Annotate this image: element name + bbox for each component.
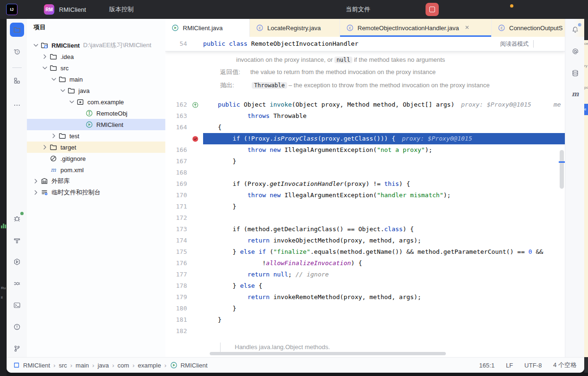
horizontal-scrollbar[interactable] xyxy=(210,352,446,355)
gutter[interactable]: 180 xyxy=(165,303,203,314)
tree-item-.idea[interactable]: .idea xyxy=(27,51,165,62)
tool-button-learn[interactable]: ? xyxy=(10,44,24,58)
run-configuration-selector[interactable]: 当前文件 xyxy=(346,5,381,14)
tree-item-pom.xml[interactable]: mpom.xml xyxy=(27,164,165,175)
more-actions-icon[interactable] xyxy=(443,3,457,16)
chevron-down-icon[interactable] xyxy=(32,41,40,50)
tool-button-maven[interactable]: m xyxy=(568,88,582,102)
gutter[interactable]: 181 xyxy=(165,314,203,326)
chevron-right-icon[interactable] xyxy=(32,177,40,185)
code-line-165[interactable]: if (!Proxy.isProxyClass(proxy.getClass()… xyxy=(165,133,565,144)
gutter[interactable]: 169 xyxy=(165,178,203,190)
reader-mode-toggle[interactable]: 阅读器模式 xyxy=(500,40,528,48)
chevron-right-icon[interactable] xyxy=(32,188,40,197)
all-good-checks-icon[interactable] xyxy=(552,40,560,48)
chevron-down-icon[interactable] xyxy=(41,64,49,72)
gutter[interactable]: 177 xyxy=(165,269,203,280)
tab-RMIClient.java[interactable]: RMIClient.java xyxy=(165,19,250,37)
stop-button[interactable] xyxy=(426,3,439,16)
tree-item-RemoteObj[interactable]: IRemoteObj xyxy=(27,108,165,119)
project-selector[interactable]: RMIClient xyxy=(59,5,97,14)
gutter[interactable]: 179 xyxy=(165,292,203,303)
tree-item-com.example[interactable]: com.example xyxy=(27,96,165,108)
code-line-181[interactable]: 181 } xyxy=(165,314,565,326)
main-menu-icon[interactable] xyxy=(26,5,34,14)
vcs-widget[interactable]: 版本控制 xyxy=(109,5,145,14)
chevron-down-icon[interactable] xyxy=(50,75,58,84)
code-line-176[interactable]: 176 !allowFinalizeInvocation) { xyxy=(165,258,565,269)
gutter[interactable]: 168 xyxy=(165,167,203,178)
expand-all-icon[interactable] xyxy=(114,23,122,32)
gutter[interactable]: 166 xyxy=(165,144,203,156)
breadcrumb-item-main[interactable]: main xyxy=(76,362,89,369)
tool-button-services[interactable] xyxy=(10,255,24,269)
search-everywhere-icon[interactable] xyxy=(484,3,497,16)
chevron-down-icon[interactable] xyxy=(59,86,67,95)
tab-RemoteObjectInvocationHandler.java[interactable]: cRemoteObjectInvocationHandler.java xyxy=(340,19,492,37)
gutter[interactable]: 167 xyxy=(165,156,203,167)
line-separator-widget[interactable]: LF xyxy=(506,362,513,369)
tree-item-main[interactable]: main xyxy=(27,74,165,85)
indent-widget[interactable]: 4 个空格 xyxy=(553,361,577,369)
code-with-me-icon[interactable] xyxy=(467,3,480,16)
tree-item-java[interactable]: java xyxy=(27,85,165,96)
tree-item-.gitignore[interactable]: .gitignore xyxy=(27,153,165,164)
code-line-162[interactable]: 162 public Object invoke(Object proxy, M… xyxy=(165,99,565,110)
gutter[interactable]: 171 xyxy=(165,201,203,212)
vertical-scrollbar[interactable] xyxy=(560,150,564,189)
inspection-widget-icon[interactable] xyxy=(538,40,547,48)
tree-item-RMIClient[interactable]: RMIClient xyxy=(27,119,165,130)
locate-file-icon[interactable] xyxy=(101,23,110,32)
caret-position-widget[interactable]: 165:1 xyxy=(479,362,495,369)
gutter[interactable]: 174 xyxy=(165,235,203,246)
gutter[interactable]: 163 xyxy=(165,110,203,122)
code-line-178[interactable]: 178 } else { xyxy=(165,280,565,292)
tool-button-ai-assistant[interactable] xyxy=(568,44,582,58)
breadcrumb-item-src[interactable]: src xyxy=(59,362,67,369)
tool-button-database[interactable] xyxy=(568,66,582,80)
code-line-179[interactable]: 179 return invokeRemoteMethod(proxy, met… xyxy=(165,292,565,303)
breadcrumb-item-RMIClient[interactable]: RMIClient xyxy=(170,361,207,369)
breadcrumb-item-java[interactable]: java xyxy=(98,362,109,369)
project-avatar[interactable]: RM xyxy=(44,4,54,15)
settings-gear-icon[interactable] xyxy=(501,3,514,16)
project-panel-title[interactable]: 项目 xyxy=(34,23,46,32)
code-line-174[interactable]: 174 return invokeObjectMethod(proxy, met… xyxy=(165,235,565,246)
tool-button-widgets[interactable] xyxy=(10,74,24,88)
tree-item-test[interactable]: test xyxy=(27,130,165,142)
tool-button-terminal[interactable] xyxy=(10,298,24,312)
breadcrumb-item-example[interactable]: example xyxy=(138,362,161,369)
gutter[interactable] xyxy=(165,133,203,144)
chevron-right-icon[interactable] xyxy=(50,132,58,140)
minimize-button[interactable] xyxy=(523,3,545,16)
breadcrumb-item-RMIClient[interactable]: RMIClient xyxy=(12,361,50,369)
code-line-168[interactable]: 168 xyxy=(165,167,565,178)
tree-item-src[interactable]: src xyxy=(27,62,165,74)
chevron-right-icon[interactable] xyxy=(41,52,49,61)
hide-panel-icon[interactable] xyxy=(152,23,161,32)
close-button[interactable] xyxy=(566,3,588,16)
debug-button[interactable] xyxy=(408,3,421,16)
breadcrumb-item-com[interactable]: com xyxy=(118,362,129,369)
run-button[interactable] xyxy=(391,3,404,16)
panel-options-icon[interactable] xyxy=(139,23,148,32)
encoding-widget[interactable]: UTF-8 xyxy=(524,362,542,369)
gutter[interactable]: 172 xyxy=(165,212,203,224)
tree-item-外部库[interactable]: 外部库 xyxy=(27,175,165,187)
code-line-166[interactable]: 166 throw new IllegalArgumentException("… xyxy=(165,144,565,156)
tab-LocateRegistry.java[interactable]: cLocateRegistry.java xyxy=(250,19,340,37)
code-line-171[interactable]: 171 } xyxy=(165,201,565,212)
code-line-163[interactable]: 163 throws Throwable xyxy=(165,110,565,122)
code-line-169[interactable]: 169 if (Proxy.getInvocationHandler(proxy… xyxy=(165,178,565,190)
tool-button-project-folder[interactable] xyxy=(10,23,24,37)
gutter[interactable]: 173 xyxy=(165,224,203,235)
code-line-173[interactable]: 173 if (method.getDeclaringClass() == Ob… xyxy=(165,224,565,235)
gutter[interactable]: 182 xyxy=(165,326,203,337)
gutter[interactable]: 162 xyxy=(165,99,203,110)
chevron-right-icon[interactable] xyxy=(41,143,49,151)
tree-item-临时文件和控制台[interactable]: 临时文件和控制台 xyxy=(27,187,165,198)
code-line-175[interactable]: 175 } else if ("finalize".equals(method.… xyxy=(165,246,565,258)
code-line-177[interactable]: 177 return null; // ignore xyxy=(165,269,565,280)
code-line-170[interactable]: 170 throw new IllegalArgumentException("… xyxy=(165,190,565,201)
gutter[interactable]: 178 xyxy=(165,280,203,292)
